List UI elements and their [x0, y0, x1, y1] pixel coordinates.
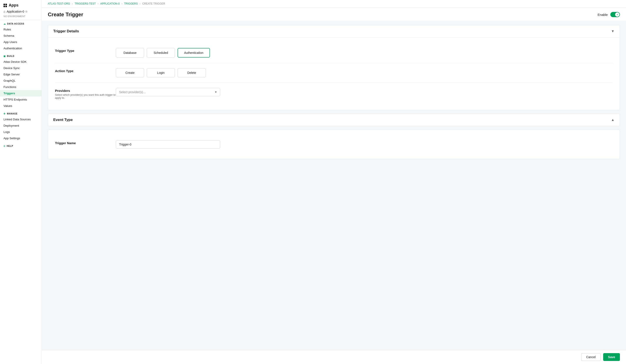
cancel-button[interactable]: Cancel — [581, 353, 601, 361]
save-button[interactable]: Save — [603, 353, 620, 361]
sidebar: Apps ⌂ Application-0 ⧉ NO ENVIRONMENT ☁ … — [0, 0, 42, 364]
copy-icon[interactable]: ⧉ — [25, 10, 27, 13]
action-type-label: Action Type — [55, 68, 116, 73]
trigger-type-row: Trigger Type Database Scheduled Authenti… — [55, 43, 613, 63]
action-type-delete-button[interactable]: Delete — [178, 68, 206, 77]
breadcrumb-current: CREATE TRIGGER — [142, 2, 165, 5]
help-section-title: ⊙ HELP — [0, 145, 41, 148]
sidebar-item-edge-server[interactable]: Edge Server — [0, 71, 41, 77]
trigger-type-scheduled-button[interactable]: Scheduled — [147, 48, 175, 58]
trigger-name-body: Trigger Name — [48, 130, 620, 159]
sidebar-item-deployment[interactable]: Deployment — [0, 122, 41, 129]
event-type-chevron-up-icon[interactable]: ▲ — [611, 118, 615, 122]
sidebar-item-authentication[interactable]: Authentication — [0, 45, 41, 51]
manage-icon: ⚙ — [3, 112, 6, 115]
manage-section-title: ⚙ MANAGE — [0, 112, 41, 116]
enable-label: Enable — [597, 13, 608, 16]
sidebar-item-rules[interactable]: Rules — [0, 26, 41, 33]
trigger-details-title: Trigger Details — [53, 29, 79, 34]
action-type-login-button[interactable]: Login — [147, 68, 175, 77]
page-header: Create Trigger Enable ✓ — [42, 8, 626, 21]
no-environment-label: NO ENVIRONMENT — [3, 14, 38, 18]
sidebar-item-values[interactable]: Values — [0, 103, 41, 109]
app-name-row: ⌂ Application-0 ⧉ — [3, 10, 38, 13]
build-icon: ▣ — [3, 55, 6, 57]
data-access-icon: ☁ — [3, 23, 6, 25]
sidebar-section-help: ⊙ HELP — [0, 142, 41, 149]
sidebar-item-schema[interactable]: Schema — [0, 33, 41, 39]
providers-dropdown: Select provider(s)... ▼ — [116, 88, 220, 96]
event-type-header: Event Type ▲ — [48, 114, 620, 126]
trigger-name-row: Trigger Name — [55, 135, 613, 154]
action-type-button-group: Create Login Delete — [116, 68, 206, 77]
data-access-section-title: ☁ DATA ACCESS — [0, 23, 41, 26]
trigger-type-database-button[interactable]: Database — [116, 48, 144, 58]
sidebar-section-manage: ⚙ MANAGE Linked Data Sources Deployment … — [0, 110, 41, 142]
trigger-type-authentication-button[interactable]: Authentication — [178, 48, 210, 58]
trigger-details-header: Trigger Details ▼ — [48, 25, 620, 37]
content-area: Trigger Details ▼ Trigger Type Database … — [42, 21, 626, 364]
apps-grid-icon — [3, 4, 7, 7]
trigger-type-button-group: Database Scheduled Authentication — [116, 48, 210, 58]
sidebar-item-graphql[interactable]: GraphQL — [0, 77, 41, 84]
breadcrumb-project[interactable]: TRIGGERS-TEST — [75, 2, 96, 5]
trigger-name-label: Trigger Name — [55, 140, 116, 145]
sidebar-item-atlas-device-sdk[interactable]: Atlas Device SDK — [0, 59, 41, 65]
sidebar-item-linked-data-sources[interactable]: Linked Data Sources — [0, 116, 41, 122]
enable-row: Enable ✓ — [597, 12, 620, 17]
toggle-thumb: ✓ — [615, 12, 620, 17]
apps-title[interactable]: Apps — [3, 3, 38, 8]
enable-toggle[interactable]: ✓ — [610, 12, 620, 17]
sidebar-item-triggers[interactable]: Triggers — [0, 90, 41, 96]
main-content: ATLAS-TEST-ORG › TRIGGERS-TEST › APPLICA… — [42, 0, 626, 364]
providers-label-group: Providers Select which provider(s) you w… — [55, 88, 116, 100]
breadcrumb-sep-3: › — [121, 2, 122, 5]
breadcrumb: ATLAS-TEST-ORG › TRIGGERS-TEST › APPLICA… — [42, 0, 626, 8]
breadcrumb-app[interactable]: APPLICATION-0 — [100, 2, 119, 5]
event-type-title: Event Type — [53, 118, 73, 122]
sidebar-item-app-settings[interactable]: App Settings — [0, 135, 41, 141]
build-section-title: ▣ BUILD — [0, 55, 41, 59]
help-icon: ⊙ — [3, 145, 5, 147]
trigger-name-card: Trigger Name — [48, 130, 620, 159]
breadcrumb-org[interactable]: ATLAS-TEST-ORG — [48, 2, 70, 5]
providers-select[interactable]: Select provider(s)... — [116, 88, 220, 96]
breadcrumb-sep-1: › — [72, 2, 73, 5]
trigger-details-body: Trigger Type Database Scheduled Authenti… — [48, 37, 620, 110]
page-title: Create Trigger — [48, 11, 83, 18]
breadcrumb-triggers[interactable]: TRIGGERS — [124, 2, 138, 5]
breadcrumb-sep-2: › — [98, 2, 98, 5]
action-type-row: Action Type Create Login Delete — [55, 63, 613, 83]
sidebar-item-https-endpoints[interactable]: HTTPS Endpoints — [0, 96, 41, 103]
home-icon: ⌂ — [3, 10, 5, 13]
providers-row: Providers Select which provider(s) you w… — [55, 83, 613, 105]
sidebar-item-app-users[interactable]: App Users — [0, 39, 41, 45]
sidebar-section-data-access: ☁ DATA ACCESS Rules Schema App Users Aut… — [0, 20, 41, 52]
sidebar-item-logs[interactable]: Logs — [0, 129, 41, 135]
breadcrumb-sep-4: › — [140, 2, 140, 5]
providers-sublabel: Select which provider(s) you want this a… — [55, 93, 116, 100]
trigger-details-chevron-down-icon[interactable]: ▼ — [611, 29, 615, 33]
toggle-check-icon: ✓ — [617, 13, 618, 16]
sidebar-item-functions[interactable]: Functions — [0, 84, 41, 90]
sidebar-item-device-sync[interactable]: Device Sync — [0, 65, 41, 71]
footer-bar: Cancel Save — [42, 350, 626, 364]
trigger-details-card: Trigger Details ▼ Trigger Type Database … — [48, 25, 620, 110]
sidebar-section-build: ▣ BUILD Atlas Device SDK Device Sync Edg… — [0, 52, 41, 110]
trigger-type-label: Trigger Type — [55, 48, 116, 53]
trigger-name-input[interactable] — [116, 140, 220, 148]
action-type-create-button[interactable]: Create — [116, 68, 144, 77]
event-type-card: Event Type ▲ — [48, 113, 620, 126]
